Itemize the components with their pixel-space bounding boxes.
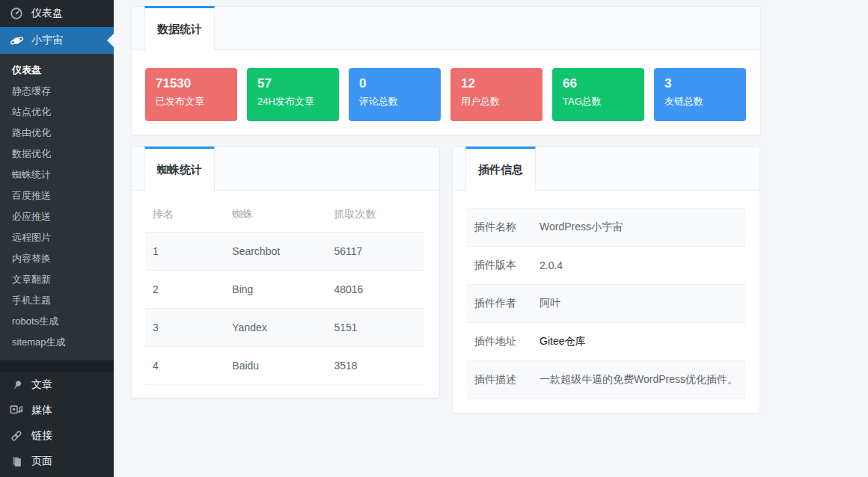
sidebar-item[interactable]: 页面 bbox=[0, 449, 114, 474]
planet-icon bbox=[9, 33, 24, 48]
cell-spider: Searchbot bbox=[224, 245, 326, 257]
stat-card: 57 24H发布文章 bbox=[247, 68, 339, 121]
dashboard-icon bbox=[9, 6, 24, 21]
submenu-item[interactable]: sitemap生成 bbox=[0, 332, 114, 353]
plugin-panel: 插件信息 插件名称 WordPress小宇宙 插件版本 2.0.4 插件作者 阿… bbox=[452, 147, 760, 413]
plugin-info-row: 插件地址 Gitee仓库 bbox=[467, 323, 745, 361]
stat-card-value: 71530 bbox=[156, 76, 237, 91]
stat-card-value: 0 bbox=[359, 76, 441, 91]
plugin-info-label: 插件名称 bbox=[467, 221, 540, 234]
submenu-item[interactable]: 百度推送 bbox=[0, 185, 114, 206]
stat-card-label: 已发布文章 bbox=[156, 95, 237, 108]
stat-card: 66 TAG总数 bbox=[552, 68, 644, 121]
submenu-item[interactable]: 蜘蛛统计 bbox=[0, 164, 114, 185]
plugin-info-label: 插件版本 bbox=[467, 259, 540, 272]
sidebar-top-menu: 仪表盘 小宇宙 bbox=[0, 0, 114, 54]
stat-card-label: TAG总数 bbox=[563, 95, 644, 108]
sidebar-item[interactable]: 文章 bbox=[0, 372, 114, 398]
plugin-info-value: WordPress小宇宙 bbox=[540, 221, 623, 234]
plugin-info-row: 插件名称 WordPress小宇宙 bbox=[467, 209, 745, 247]
sidebar-item[interactable]: 媒体 bbox=[0, 398, 114, 423]
plugin-info-row: 插件作者 阿叶 bbox=[467, 285, 745, 323]
spider-tabbar: 蜘蛛统计 bbox=[132, 147, 439, 191]
plugin-info-value: 一款超级牛逼的免费WordPress优化插件。 bbox=[540, 373, 738, 387]
sidebar-item[interactable]: 评论 bbox=[0, 474, 114, 477]
stat-card-label: 评论总数 bbox=[359, 95, 441, 108]
spider-table-header: 排名 蜘蛛 抓取次数 bbox=[145, 197, 424, 233]
stat-card: 12 用户总数 bbox=[450, 68, 542, 121]
submenu-item[interactable]: 路由优化 bbox=[0, 123, 114, 144]
sidebar-bottom-menu: 文章 媒体 链接 页面 评论 bbox=[0, 372, 114, 477]
sidebar-item-label: 媒体 bbox=[31, 404, 52, 417]
submenu-item[interactable]: 远程图片 bbox=[0, 227, 114, 248]
pin-icon bbox=[9, 378, 24, 393]
sidebar-item[interactable]: 小宇宙 bbox=[0, 27, 114, 54]
sidebar-item-label: 仪表盘 bbox=[31, 7, 63, 20]
stat-card-label: 用户总数 bbox=[461, 95, 542, 108]
tab-spider-statistics[interactable]: 蜘蛛统计 bbox=[144, 147, 215, 191]
submenu-item[interactable]: 内容替换 bbox=[0, 248, 114, 269]
spider-table: 排名 蜘蛛 抓取次数 1 Searchbot 56117 2 Bing 4801… bbox=[145, 197, 424, 385]
spider-panel: 蜘蛛统计 排名 蜘蛛 抓取次数 1 Searchbot 56117 2 bbox=[131, 147, 440, 398]
sidebar-item-label: 链接 bbox=[31, 429, 52, 443]
cell-rank: 2 bbox=[145, 283, 224, 295]
tab-plugin-info[interactable]: 插件信息 bbox=[465, 147, 536, 191]
sidebar-item-label: 页面 bbox=[31, 455, 52, 468]
spider-table-body: 1 Searchbot 56117 2 Bing 48016 3 Yandex … bbox=[145, 233, 424, 385]
tab-data-statistics[interactable]: 数据统计 bbox=[144, 6, 215, 50]
sidebar-submenu: 仪表盘静态缓存站点优化路由优化数据优化蜘蛛统计百度推送必应推送远程图片内容替换文… bbox=[0, 54, 114, 360]
sidebar-item-label: 文章 bbox=[31, 378, 52, 392]
submenu-item[interactable]: robots生成 bbox=[0, 311, 114, 332]
submenu-item[interactable]: 站点优化 bbox=[0, 102, 114, 123]
table-row: 2 Bing 48016 bbox=[145, 271, 424, 309]
plugin-info-label: 插件地址 bbox=[467, 335, 540, 348]
cell-crawl-count: 48016 bbox=[326, 283, 424, 295]
submenu-item[interactable]: 数据优化 bbox=[0, 144, 114, 164]
cell-rank: 1 bbox=[145, 245, 224, 257]
stats-tabbar: 数据统计 bbox=[132, 7, 760, 50]
stat-card-value: 66 bbox=[563, 76, 644, 91]
main-content: 数据统计 71530 已发布文章 57 24H发布文章 0 评论总数 12 用户… bbox=[114, 0, 868, 477]
plugin-info-row: 插件版本 2.0.4 bbox=[467, 247, 745, 285]
stat-cards: 71530 已发布文章 57 24H发布文章 0 评论总数 12 用户总数 66… bbox=[132, 50, 760, 121]
cell-rank: 4 bbox=[145, 360, 224, 372]
plugin-info-row: 插件描述 一款超级牛逼的免费WordPress优化插件。 bbox=[467, 361, 745, 399]
stat-card-value: 3 bbox=[664, 76, 746, 91]
table-row: 1 Searchbot 56117 bbox=[145, 233, 424, 271]
col-spider: 蜘蛛 bbox=[224, 208, 326, 221]
submenu-item[interactable]: 手机主题 bbox=[0, 290, 114, 311]
stat-card-value: 57 bbox=[257, 76, 339, 91]
cell-spider: Bing bbox=[224, 283, 326, 295]
stat-card-value: 12 bbox=[461, 76, 542, 91]
plugin-info-value: Gitee仓库 bbox=[540, 335, 585, 348]
sidebar-item[interactable]: 链接 bbox=[0, 423, 114, 449]
cell-rank: 3 bbox=[145, 321, 224, 333]
pages-icon bbox=[9, 454, 24, 469]
stat-card-label: 24H发布文章 bbox=[257, 95, 339, 108]
stat-card: 0 评论总数 bbox=[349, 68, 441, 121]
plugin-info-value: 2.0.4 bbox=[540, 259, 563, 271]
link-icon bbox=[9, 428, 24, 443]
submenu-item[interactable]: 静态缓存 bbox=[0, 81, 114, 102]
sidebar: 仪表盘 小宇宙 仪表盘静态缓存站点优化路由优化数据优化蜘蛛统计百度推送必应推送远… bbox=[0, 0, 114, 477]
col-rank: 排名 bbox=[145, 208, 224, 221]
sidebar-item-label: 小宇宙 bbox=[31, 34, 63, 47]
plugin-tabbar: 插件信息 bbox=[453, 147, 760, 191]
cell-spider: Yandex bbox=[224, 321, 326, 333]
cell-spider: Baidu bbox=[224, 360, 326, 372]
plugin-info-table: 插件名称 WordPress小宇宙 插件版本 2.0.4 插件作者 阿叶 插件地… bbox=[467, 208, 745, 399]
table-row: 4 Baidu 3518 bbox=[145, 347, 424, 385]
stats-panel: 数据统计 71530 已发布文章 57 24H发布文章 0 评论总数 12 用户… bbox=[131, 6, 761, 135]
submenu-item[interactable]: 仪表盘 bbox=[0, 60, 114, 81]
submenu-item[interactable]: 必应推送 bbox=[0, 206, 114, 227]
cell-crawl-count: 5151 bbox=[326, 321, 424, 333]
sidebar-item[interactable]: 仪表盘 bbox=[0, 0, 114, 27]
menu-divider bbox=[0, 360, 114, 372]
col-crawl-count: 抓取次数 bbox=[326, 208, 424, 221]
stat-card-label: 友链总数 bbox=[664, 95, 746, 108]
submenu-item[interactable]: 文章翻新 bbox=[0, 269, 114, 290]
stat-card: 3 友链总数 bbox=[654, 68, 746, 121]
media-icon bbox=[9, 403, 24, 418]
table-row: 3 Yandex 5151 bbox=[145, 309, 424, 347]
plugin-info-label: 插件作者 bbox=[467, 297, 540, 310]
